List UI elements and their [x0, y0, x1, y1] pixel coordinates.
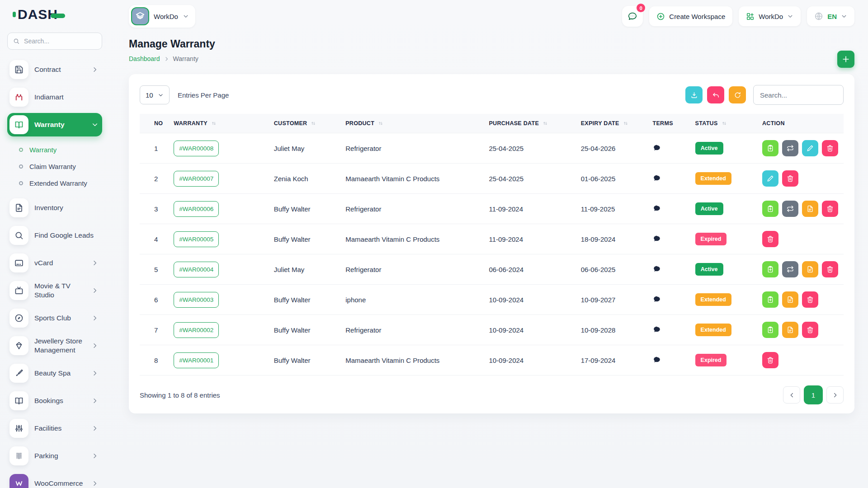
delete-button[interactable] [762, 352, 778, 368]
cell-product: iphone [340, 285, 483, 315]
workspace-selector[interactable]: WorkDo [129, 5, 195, 28]
pagination-prev-button[interactable] [783, 386, 800, 404]
table-search-input[interactable] [753, 85, 844, 105]
sidebar-subitem-extended-warranty[interactable]: Extended Warranty [7, 175, 102, 192]
sidebar-item-label: Movie & TV Studio [34, 282, 85, 300]
warranty-number-badge[interactable]: #WAR00005 [174, 231, 219, 247]
sidebar-item-parking[interactable]: Parking [7, 444, 102, 468]
pagination-page-1[interactable]: 1 [804, 385, 823, 404]
terms-comment-icon[interactable] [653, 295, 661, 303]
column-header-customer[interactable]: CUSTOMER [269, 114, 340, 133]
sidebar-search-input[interactable] [23, 37, 96, 45]
terms-comment-icon[interactable] [653, 204, 661, 212]
clipboard-button[interactable] [762, 201, 778, 217]
edit-button[interactable] [762, 170, 778, 187]
sidebar-item-sports-club[interactable]: Sports Club [7, 306, 102, 330]
column-header-purchase-date[interactable]: PURCHASE DATE [483, 114, 575, 133]
sort-arrows-icon[interactable] [211, 121, 217, 126]
sidebar-item-inventory[interactable]: Inventory [7, 196, 102, 220]
warranty-number-badge[interactable]: #WAR00003 [174, 292, 219, 308]
terms-comment-icon[interactable] [653, 174, 661, 182]
sidebar-item-facilities[interactable]: Facilities [7, 417, 102, 440]
clipboard-button[interactable] [762, 140, 778, 156]
delete-button[interactable] [762, 231, 778, 247]
file-button[interactable] [782, 322, 798, 338]
refresh-button[interactable] [729, 86, 746, 103]
column-header-expiry-date[interactable]: EXPIRY DATE [576, 114, 647, 133]
sort-arrows-icon[interactable] [378, 121, 383, 126]
breadcrumb-dashboard[interactable]: Dashboard [129, 55, 160, 62]
delete-button[interactable] [782, 170, 798, 187]
chevron-down-icon [787, 13, 793, 19]
terms-comment-icon[interactable] [653, 235, 661, 243]
delete-button[interactable] [822, 201, 838, 217]
sort-arrows-icon[interactable] [542, 121, 548, 126]
chevron-right-icon [91, 397, 99, 404]
sort-arrows-icon[interactable] [311, 121, 316, 126]
delete-button[interactable] [802, 291, 818, 308]
chevron-right-icon [832, 392, 839, 399]
sidebar-item-movie-tv-studio[interactable]: Movie & TV Studio [7, 279, 102, 302]
create-workspace-button[interactable]: Create Workspace [649, 6, 732, 26]
cell-actions [757, 345, 844, 375]
sidebar-item-bookings[interactable]: Bookings [7, 389, 102, 413]
trash-icon [807, 296, 814, 303]
warranty-number-badge[interactable]: #WAR00006 [174, 201, 219, 217]
download-button[interactable] [685, 86, 703, 103]
sidebar-item-find-google-leads[interactable]: Find Google Leads [7, 224, 102, 247]
edit-button[interactable] [802, 140, 818, 156]
warranty-number-badge[interactable]: #WAR00002 [174, 322, 219, 338]
repeat-button[interactable] [782, 201, 798, 217]
file-button[interactable] [782, 291, 798, 308]
pagination-next-button[interactable] [826, 386, 844, 404]
workdo-menu-button[interactable]: WorkDo [739, 6, 801, 26]
terms-comment-icon[interactable] [653, 356, 661, 364]
messages-button[interactable]: 0 [622, 6, 643, 27]
warranty-number-badge[interactable]: #WAR00001 [174, 352, 219, 368]
sidebar-item-warranty[interactable]: Warranty [7, 113, 102, 136]
add-warranty-button[interactable] [837, 51, 854, 68]
sidebar-search[interactable] [7, 33, 102, 50]
cell-warranty: #WAR00001 [168, 345, 268, 375]
sidebar-subitem-warranty[interactable]: Warranty [7, 141, 102, 158]
sidebar-item-indiamart[interactable]: Indiamart [7, 85, 102, 109]
column-header-status[interactable]: STATUS [690, 114, 757, 133]
book-open-icon [14, 120, 24, 129]
warranty-number-badge[interactable]: #WAR00007 [174, 171, 219, 187]
repeat-button[interactable] [782, 140, 798, 156]
app-logo[interactable]: DASH [7, 0, 102, 29]
sidebar-item-contract[interactable]: Contract [7, 58, 102, 81]
warranty-number-badge[interactable]: #WAR00004 [174, 262, 219, 277]
sort-arrows-icon[interactable] [623, 121, 628, 126]
file-button[interactable] [802, 201, 818, 217]
sidebar-item-vcard[interactable]: vCard [7, 251, 102, 275]
undo-button[interactable] [707, 86, 724, 103]
plus-icon [841, 55, 850, 64]
sidebar-item-woocommerce[interactable]: WooCommerce [7, 472, 102, 488]
trash-icon [826, 205, 834, 212]
delete-button[interactable] [822, 261, 838, 277]
sort-arrows-icon[interactable] [722, 121, 727, 126]
file-text-icon [787, 296, 794, 303]
terms-comment-icon[interactable] [653, 265, 661, 273]
clipboard-button[interactable] [762, 291, 778, 308]
delete-button[interactable] [822, 140, 838, 156]
file-button[interactable] [802, 261, 818, 277]
delete-button[interactable] [802, 322, 818, 338]
sidebar-subitem-claim-warranty[interactable]: Claim Warranty [7, 158, 102, 175]
repeat-button[interactable] [782, 261, 798, 277]
column-header-warranty[interactable]: WARRANTY [168, 114, 268, 133]
column-header-product[interactable]: PRODUCT [340, 114, 483, 133]
terms-comment-icon[interactable] [653, 144, 661, 152]
sidebar-item-jewellery-store-management[interactable]: Jewellery Store Management [7, 334, 102, 357]
cell-no: 7 [140, 315, 168, 345]
language-selector[interactable]: EN [807, 6, 854, 26]
terms-comment-icon[interactable] [653, 325, 661, 333]
sidebar-item-beauty-spa[interactable]: Beauty Spa [7, 361, 102, 385]
sliders-icon [9, 419, 28, 438]
cell-no: 2 [140, 164, 168, 194]
entries-per-page-select[interactable]: 10 [140, 85, 170, 104]
warranty-number-badge[interactable]: #WAR00008 [174, 141, 219, 156]
clipboard-button[interactable] [762, 261, 778, 277]
clipboard-button[interactable] [762, 322, 778, 338]
